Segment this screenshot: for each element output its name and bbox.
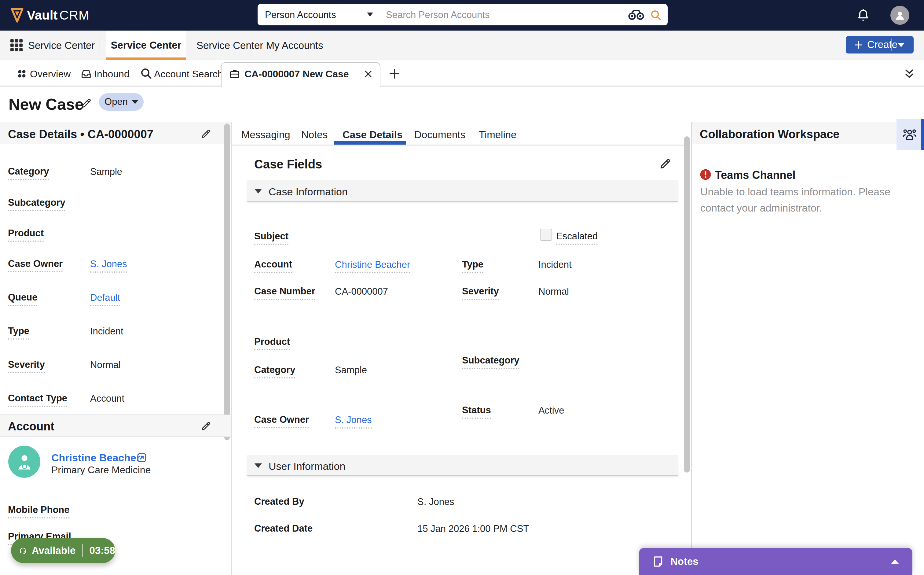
overview-dots-icon[interactable] [16, 68, 27, 79]
chevron-down-icon[interactable] [367, 13, 373, 16]
account-label: Account [254, 259, 292, 273]
notes-collapsed-bar[interactable]: Notes [639, 548, 912, 575]
person-icon [894, 9, 906, 21]
subcategory-label: Subcategory [462, 355, 520, 369]
chevron-down-icon [132, 100, 138, 104]
notes-label: Notes [670, 556, 699, 567]
case-number-label: Case Number [254, 286, 315, 300]
binoculars-icon[interactable] [628, 10, 644, 21]
nav-tab-service-center[interactable]: Service Center [106, 30, 186, 60]
user-information-section-header[interactable]: User Information [247, 455, 678, 476]
app-launcher-grid-icon[interactable] [9, 38, 24, 52]
mobile-phone-label: Mobile Phone [8, 505, 70, 518]
search-input[interactable]: Search Person Accounts [386, 10, 490, 21]
left-panel-scrollbar[interactable] [224, 124, 230, 440]
user-avatar[interactable] [891, 6, 909, 25]
brand-name-bold: Vault [27, 8, 57, 22]
account-value-link[interactable]: Christine Beacher [335, 259, 410, 273]
plus-icon [854, 40, 864, 50]
global-search-box: Person Accounts Search Person Accounts [258, 4, 668, 25]
created-by-value: S. Jones [417, 497, 454, 507]
queue-link[interactable]: Default [90, 292, 120, 306]
case-fields-heading: Case Fields [254, 157, 322, 171]
edit-case-details-pencil-icon[interactable] [200, 129, 211, 140]
inbound-inbox-icon[interactable] [80, 68, 92, 80]
created-by-label: Created By [254, 496, 304, 507]
note-icon [652, 556, 664, 568]
type-label: Type [462, 259, 483, 273]
severity-value: Normal [538, 286, 569, 297]
nav-divider [100, 35, 100, 55]
account-name-link[interactable]: Christine Beacher [51, 452, 140, 464]
teams-channel-title: Teams Channel [715, 169, 796, 181]
escalated-checkbox[interactable] [540, 229, 552, 241]
double-chevron-down-icon[interactable] [903, 68, 915, 80]
field-label: Case Owner [8, 259, 63, 272]
section-title: User Information [269, 461, 345, 472]
field-value: Sample [90, 167, 122, 177]
field-label: Queue [8, 292, 37, 306]
collapse-triangle-icon [255, 189, 262, 194]
active-tab-underline [106, 57, 186, 60]
type-value: Incident [538, 259, 572, 270]
vault-v-icon [10, 8, 24, 23]
tab-messaging[interactable]: Messaging [241, 129, 290, 141]
create-dropdown-caret[interactable] [898, 43, 905, 47]
account-search-icon[interactable] [140, 67, 152, 79]
teams-error-line1: Unable to load teams information. Please [701, 186, 891, 197]
field-label: Category [8, 166, 49, 180]
brand-logo[interactable]: Vault CRM [10, 0, 90, 30]
edit-case-fields-pencil-icon[interactable] [659, 157, 672, 170]
case-owner-value-link[interactable]: S. Jones [335, 415, 372, 429]
search-icon[interactable] [650, 9, 661, 21]
case-details-header: Case Details • CA-0000007 [8, 128, 154, 141]
left-panel-divider [231, 122, 231, 575]
account-avatar [8, 446, 40, 478]
tab-overview[interactable]: Overview [30, 69, 71, 80]
case-owner-link[interactable]: S. Jones [90, 259, 127, 273]
new-tab-plus-icon[interactable] [388, 67, 401, 80]
close-icon[interactable] [363, 69, 373, 79]
teams-people-icon[interactable] [902, 127, 917, 143]
tab-case-details[interactable]: Case Details [342, 129, 403, 141]
status-value: Active [538, 405, 564, 416]
field-value: Account [90, 394, 124, 404]
workspace-tab-strip [0, 60, 924, 86]
nav-tab-label: Service Center [111, 40, 181, 51]
status-label: Status [462, 405, 491, 419]
account-header: Account [8, 420, 54, 433]
rail-active-indicator [921, 119, 924, 150]
created-date-value: 15 Jan 2026 1:00 PM CST [417, 524, 529, 534]
tab-timeline[interactable]: Timeline [479, 129, 517, 141]
tab-inbound[interactable]: Inbound [94, 69, 130, 80]
right-panel-divider [691, 122, 692, 575]
tab-account-search[interactable]: Account Search [154, 69, 223, 80]
product-label: Product [254, 337, 290, 350]
severity-label: Severity [462, 286, 499, 300]
availability-status-pill[interactable]: Available 03:58 [11, 538, 115, 563]
escalated-label: Escalated [556, 231, 598, 245]
app-name-label[interactable]: Service Center [28, 40, 95, 51]
expand-up-triangle-icon[interactable] [891, 559, 899, 564]
notifications-bell-icon[interactable] [856, 8, 870, 23]
search-scope-select[interactable]: Person Accounts [265, 10, 336, 21]
case-status-label: Open [105, 97, 128, 107]
field-label: Contact Type [8, 393, 67, 407]
edit-account-pencil-icon[interactable] [200, 421, 211, 432]
external-link-icon[interactable] [137, 453, 147, 462]
case-information-section-header[interactable]: Case Information [247, 180, 678, 202]
top-bar: Vault CRM Person Accounts Search Person … [0, 0, 924, 30]
tab-case-label: CA-0000007 New Case [244, 69, 349, 80]
case-status-dropdown[interactable]: Open [99, 93, 144, 111]
collapse-triangle-icon [255, 464, 262, 468]
main-scrollbar[interactable] [684, 137, 690, 473]
teams-error-line2: contact your administrator. [701, 202, 822, 214]
brand-name-light: CRM [59, 8, 90, 22]
created-date-label: Created Date [254, 523, 312, 534]
edit-title-pencil-icon[interactable] [80, 97, 92, 110]
tab-notes[interactable]: Notes [301, 129, 328, 141]
tab-documents[interactable]: Documents [414, 129, 465, 141]
create-split-divider [891, 38, 892, 51]
nav-tab-my-accounts[interactable]: Service Center My Accounts [197, 40, 323, 51]
case-number-value: CA-0000007 [335, 286, 388, 297]
